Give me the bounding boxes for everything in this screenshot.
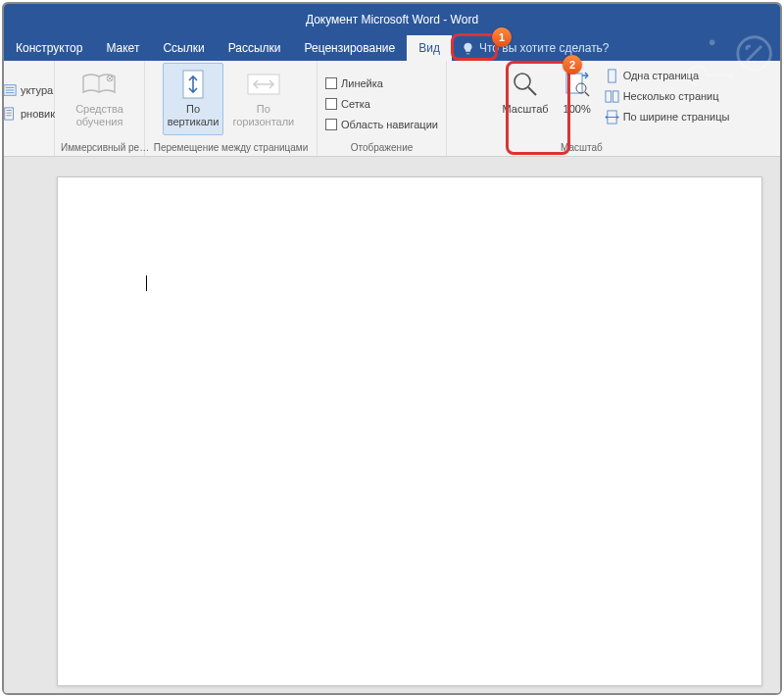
- svg-rect-12: [606, 90, 612, 101]
- document-area: [4, 157, 780, 693]
- learning-tools-button[interactable]: Средстваобучения: [71, 63, 128, 135]
- group-zoom-label: Масштаб: [453, 140, 774, 156]
- badge-1: 1: [492, 27, 512, 47]
- learning-tools-icon: [81, 68, 117, 101]
- zoom-icon: [511, 68, 540, 101]
- view-draft[interactable]: рновик: [3, 105, 55, 123]
- zoom-100-button[interactable]: 100%: [558, 63, 597, 135]
- zoom-button[interactable]: Масштаб: [498, 63, 554, 135]
- group-pagemove: Повертикали Погоризонтали Перемещение ме…: [145, 61, 318, 156]
- view-outline[interactable]: уктура: [3, 81, 53, 99]
- svg-rect-13: [612, 90, 618, 101]
- group-immersive-label: Иммерсивный ре…: [61, 140, 138, 156]
- badge-2: 2: [563, 55, 582, 75]
- window-title: Документ Microsoft Word - Word: [306, 13, 478, 26]
- group-display: Линейка Сетка Область навигации Отображе…: [318, 61, 447, 156]
- view-draft-label: рновик: [21, 108, 55, 120]
- vertical-ruler-gutter: [4, 157, 27, 693]
- page-width-button[interactable]: По ширине страницы: [605, 108, 730, 125]
- draft-icon: [3, 107, 17, 121]
- ribbon-tabs: Конструктор Макет Ссылки Рассылки Реценз…: [4, 35, 780, 61]
- checkbox-icon: [325, 119, 337, 130]
- lightbulb-icon: [462, 42, 474, 55]
- group-immersive: Средстваобучения Иммерсивный ре…: [55, 61, 145, 156]
- navpane-checkbox[interactable]: Область навигации: [325, 116, 438, 133]
- ribbon: уктура рновик Средстваобучения Иммерси: [4, 61, 780, 157]
- group-views: уктура рновик: [4, 61, 55, 156]
- tab-vid[interactable]: Вид: [407, 35, 452, 61]
- svg-rect-4: [5, 107, 14, 119]
- page-container: [27, 157, 780, 693]
- tell-me[interactable]: Что вы хотите сделать?: [452, 35, 619, 61]
- group-views-label: [10, 140, 48, 156]
- document-page[interactable]: [57, 176, 762, 686]
- gridlines-checkbox[interactable]: Сетка: [325, 95, 370, 113]
- text-cursor: [146, 275, 147, 291]
- checkbox-icon: [325, 98, 337, 110]
- group-pagemove-label: Перемещение между страницами: [151, 140, 311, 156]
- vertical-pages-icon: [180, 68, 206, 101]
- view-outline-label: уктура: [21, 84, 53, 96]
- tab-konstruktor[interactable]: Конструктор: [4, 35, 94, 61]
- svg-point-8: [514, 74, 530, 89]
- one-page-button[interactable]: Одна страница: [605, 67, 730, 84]
- tab-recenzirovanie[interactable]: Рецензирование: [293, 35, 408, 61]
- group-display-label: Отображение: [323, 140, 440, 156]
- horizontal-pages-button[interactable]: Погоризонтали: [227, 63, 299, 135]
- multi-page-button[interactable]: Несколько страниц: [605, 87, 730, 105]
- group-zoom: Масштаб 100% Одна страница Несколько: [447, 61, 780, 156]
- tab-rassylki[interactable]: Рассылки: [217, 35, 293, 61]
- title-bar: Документ Microsoft Word - Word: [4, 4, 780, 35]
- one-page-icon: [605, 69, 619, 83]
- vertical-pages-button[interactable]: Повертикали: [163, 63, 224, 135]
- ruler-checkbox[interactable]: Линейка: [325, 75, 383, 92]
- page-width-icon: [605, 110, 619, 124]
- tab-ssylki[interactable]: Ссылки: [151, 35, 216, 61]
- svg-rect-11: [608, 69, 615, 81]
- multi-page-icon: [605, 89, 619, 104]
- checkbox-icon: [325, 77, 337, 89]
- horizontal-pages-icon: [246, 68, 281, 101]
- tab-maket[interactable]: Макет: [94, 35, 151, 61]
- outline-icon: [3, 83, 17, 97]
